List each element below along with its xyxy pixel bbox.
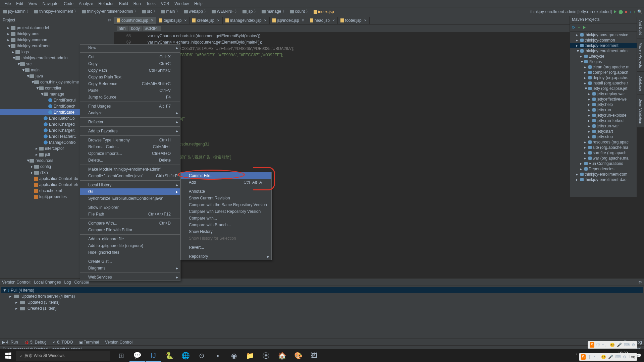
structure-breadcrumb[interactable]: htmlbodySCRIPT [114, 25, 644, 32]
close-icon[interactable]: × [332, 18, 335, 23]
menu-window[interactable]: Window [172, 1, 192, 7]
maven-node[interactable]: ▼jetty (org.eclipse.jet [570, 86, 637, 91]
intellij-icon[interactable]: IJ [146, 349, 161, 362]
editor-tab[interactable]: count\index.jsp× [114, 17, 156, 24]
ime-keyboard-icon[interactable]: ⌨ [624, 343, 630, 347]
menu-item[interactable]: Show History [181, 228, 271, 235]
editor-tabs[interactable]: count\index.jsp×taglibs.jsp×create.jsp×m… [114, 16, 644, 25]
debug-icon[interactable]: ⬤ [619, 9, 623, 14]
menu-item[interactable]: Copy as Plain Text [80, 74, 180, 80]
wechat-icon[interactable]: 💬 [129, 349, 145, 362]
menu-item[interactable]: CutCtrl+X [80, 54, 180, 60]
maven-node[interactable]: ▸surefire (org.apach [570, 150, 637, 156]
close-icon[interactable]: × [184, 18, 186, 23]
tab-debug[interactable]: 🐞 5: Debug [24, 340, 47, 345]
menu-item[interactable]: Compile '...dentController.java'Ctrl+Shi… [80, 173, 180, 179]
menu-item[interactable]: PasteCtrl+V [80, 87, 180, 94]
close-icon[interactable]: × [217, 18, 220, 23]
maven-node[interactable]: ▸deploy (org.apache. [570, 75, 637, 80]
breadcrumb-item[interactable]: thinkjoy-enrollment 〉 [33, 8, 79, 15]
panel-settings-icon[interactable]: ⚙ [638, 280, 642, 285]
maven-node[interactable]: ▸install (org.apache.r [570, 80, 637, 86]
maven-node[interactable]: ▸jetty:run-explode [570, 113, 637, 118]
menu-item[interactable]: Add to Favorites [80, 128, 180, 134]
menu-item[interactable]: Delete...Delete [80, 157, 180, 164]
maven-node[interactable]: ▸clean (org.apache.m [570, 64, 637, 70]
ime-punct-icon[interactable]: •， [594, 354, 599, 360]
menu-item[interactable]: AddCtrl+Alt+A [181, 179, 271, 186]
menu-code[interactable]: Code [61, 1, 76, 7]
run-maven-icon[interactable] [583, 26, 586, 29]
ime-keyboard-icon[interactable]: ⌨ [615, 355, 621, 359]
paint-icon[interactable]: 🎨 [290, 349, 306, 362]
run-config-selector[interactable]: thinkjoy-enrollment-admin [jetty:run-exp… [530, 9, 612, 14]
menu-item[interactable]: Add to .gitignore file (unignore) [80, 242, 180, 249]
tab-bean-validation[interactable]: Bean Validation [637, 95, 644, 128]
ime-voice-icon[interactable]: 🎤 [617, 343, 622, 347]
menu-build[interactable]: Build [116, 1, 131, 7]
menu-item[interactable]: WebServices [80, 274, 180, 281]
maven-node[interactable]: ▸jetty:help [570, 102, 637, 107]
browser-icon[interactable]: 🌐 [178, 349, 193, 362]
menu-item[interactable]: Compare with the Same Repository Version [181, 201, 271, 208]
breadcrumb-item[interactable]: jsp 〉 [241, 8, 259, 15]
maven-node[interactable]: ▸thinkjoy-ams-rpc-service [570, 32, 637, 38]
maven-node[interactable]: ▼thinkjoy-enrollment-adm [570, 48, 637, 54]
breadcrumb-item[interactable]: main 〉 [160, 8, 181, 15]
stop-icon[interactable]: ■ [625, 9, 627, 14]
menu-item[interactable]: Annotate [181, 188, 271, 195]
menu-item[interactable]: Optimize Imports...Ctrl+Alt+O [80, 150, 180, 157]
breadcrumb-item[interactable]: count 〉 [289, 8, 312, 15]
menu-item[interactable]: CopyCtrl+C [80, 60, 180, 67]
menu-file[interactable]: File [2, 1, 13, 7]
close-icon[interactable]: × [302, 18, 304, 23]
menu-item[interactable]: Add to .gitignore file [80, 236, 180, 242]
maven-node[interactable]: ▸jetty:effective-we [570, 97, 637, 102]
vc-pull-group[interactable]: ▼↓Pull (4 items) [1, 287, 643, 293]
editor-tab[interactable]: manage\index.jsp× [223, 17, 270, 24]
menu-item[interactable]: Copy ReferenceCtrl+Alt+Shift+C [80, 80, 180, 87]
start-button[interactable] [0, 349, 16, 362]
run-icon[interactable] [614, 10, 616, 13]
menu-item[interactable]: Show History for Selection [181, 235, 271, 242]
editor-tab[interactable]: taglibs.jsp× [156, 17, 190, 24]
tree-node[interactable]: ▸project-datamodel [0, 25, 114, 31]
ime-lang-icon[interactable]: 中 [596, 342, 600, 348]
vc-tree-item[interactable]: ▸Updated from server (4 items) [1, 293, 643, 299]
ime-lang-icon[interactable]: 中 [588, 354, 592, 360]
menu-help[interactable]: Help [192, 1, 205, 7]
maven-toolbar[interactable]: ⟳ + [570, 23, 637, 32]
maven-node[interactable]: ▸Run Configurations [570, 161, 637, 166]
close-icon[interactable]: × [151, 18, 153, 23]
refresh-icon[interactable]: ⟳ [572, 25, 575, 30]
tab-local-changes[interactable]: Local Changes [34, 280, 61, 285]
breadcrumb-item[interactable]: thinkjoy-enrollment-admin 〉 [80, 8, 140, 15]
vc-tree-item[interactable]: ▸Updated (3 items) [1, 299, 643, 305]
tab-database[interactable]: Database [637, 72, 644, 95]
maven-node[interactable]: ▸thinkjoy-enrollment-dao [570, 177, 637, 182]
chrome-icon[interactable]: ◉ [226, 349, 241, 362]
git-submenu[interactable]: Commit File...AddCtrl+Alt+AAnnotateShow … [180, 172, 272, 260]
ime-settings-icon[interactable]: ⚙ [632, 343, 635, 347]
maven-node[interactable]: ▸jetty:run-forked [570, 118, 637, 123]
maven-node[interactable]: ▸jetty:stop [570, 134, 637, 139]
maven-node[interactable]: ▸compiler (org.apach [570, 70, 637, 75]
ime-emoji-icon[interactable]: 😊 [601, 355, 606, 359]
photos-icon[interactable]: 🖼 [307, 349, 322, 362]
ime-settings-icon[interactable]: ⚙ [623, 355, 627, 359]
menu-item[interactable]: New [80, 45, 180, 51]
breadcrumb-item[interactable]: manage 〉 [260, 8, 288, 15]
menu-run[interactable]: Run [131, 1, 144, 7]
structure-crumb[interactable]: html [117, 26, 128, 31]
menu-item[interactable]: Compare with Latest Repository Version [181, 208, 271, 215]
tab-maven-projects[interactable]: Maven Projects [637, 39, 644, 72]
breadcrumb[interactable]: joy-admin 〉thinkjoy-enrollment 〉thinkjoy… [2, 8, 530, 15]
menu-item[interactable]: Show in Explorer [80, 204, 180, 211]
menu-item[interactable]: Compare with... [181, 215, 271, 222]
menu-item[interactable]: Browse Type HierarchyCtrl+H [80, 137, 180, 143]
maven-node[interactable]: ▸site (org.apache.ma [570, 145, 637, 150]
breadcrumb-item[interactable]: joy-admin 〉 [2, 8, 32, 15]
menu-item[interactable]: Jump to SourceF4 [80, 94, 180, 101]
menu-item[interactable]: Find UsagesAlt+F7 [80, 103, 180, 110]
menu-item[interactable]: Create Gist... [80, 258, 180, 265]
